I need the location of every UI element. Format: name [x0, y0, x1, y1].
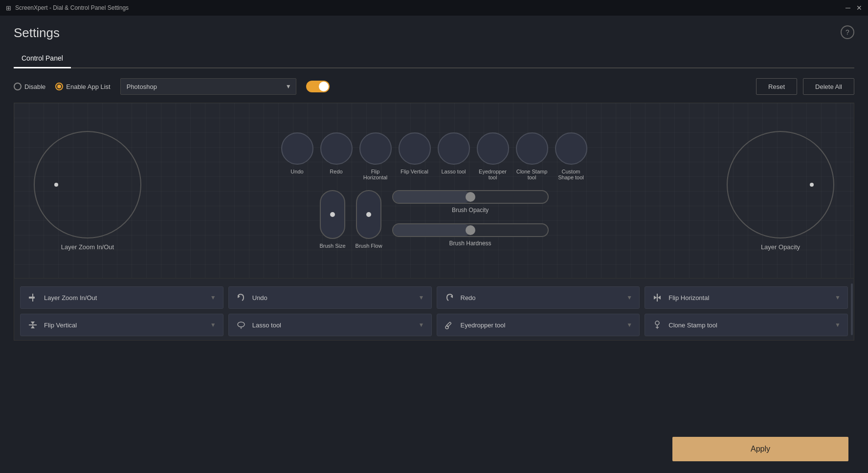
list-item-flip-horizontal[interactable]: Flip Horizontal ▼	[645, 286, 848, 309]
eyedropper-tool-arrow-icon: ▼	[626, 322, 632, 328]
action-buttons: Reset Delete All	[756, 78, 854, 95]
app-select-wrapper[interactable]: Photoshop ▼	[120, 78, 296, 95]
app-list-toggle[interactable]	[306, 81, 330, 92]
flip-horizontal-btn-container: FlipHorizontal	[359, 132, 392, 180]
app-select[interactable]: Photoshop	[120, 78, 296, 95]
custom-shape-btn-label: CustomShape tool	[558, 169, 584, 180]
clone-stamp-btn-container: Clone Stamptool	[516, 132, 548, 180]
disable-label: Disable	[24, 83, 45, 90]
clone-icon	[652, 320, 663, 330]
toggle-knob	[319, 82, 329, 91]
list-item-eyedropper-tool[interactable]: Eyedropper tool ▼	[437, 314, 640, 336]
main-container: Settings ? Control Panel Disable Enable …	[0, 16, 868, 350]
list-item-flip-horizontal-label: Flip Horizontal	[668, 294, 829, 301]
lasso-circle-btn[interactable]	[438, 132, 470, 165]
right-dial-dot	[810, 183, 814, 187]
page-title-text: Settings	[14, 25, 60, 41]
brush-flow-dot	[366, 212, 371, 217]
brush-opacity-slider-container: Brush Opacity	[392, 190, 549, 214]
list-scrollbar[interactable]	[851, 283, 853, 335]
svg-point-10	[238, 322, 245, 327]
list-item-eyedropper-tool-label: Eyedropper tool	[461, 322, 621, 329]
flip-h-icon	[652, 292, 663, 303]
redo-btn-container: Redo	[320, 132, 353, 180]
brush-flow-oval-container: Brush Flow	[356, 190, 382, 249]
flip-vertical-circle-btn[interactable]	[399, 132, 431, 165]
flip-v-icon	[27, 320, 38, 330]
list-item-undo-label: Undo	[252, 294, 413, 301]
sliders-section: Brush Opacity Brush Hardness	[392, 190, 549, 247]
top-buttons-row: Undo Redo FlipHorizontal Flip Vertical L…	[281, 132, 587, 180]
close-btn[interactable]: ✕	[856, 4, 862, 12]
brush-opacity-track[interactable]	[392, 190, 549, 204]
list-item-layer-zoom-label: Layer Zoom In/Out	[44, 294, 204, 301]
left-dial-dot	[54, 183, 58, 187]
clone-stamp-circle-btn[interactable]	[516, 132, 548, 165]
svg-point-13	[655, 321, 659, 325]
reset-button[interactable]: Reset	[756, 78, 797, 95]
tabs-bar: Control Panel	[14, 50, 854, 68]
disable-radio-group[interactable]: Disable	[14, 83, 45, 90]
list-item-lasso-tool-label: Lasso tool	[252, 322, 413, 329]
right-dial[interactable]	[727, 131, 834, 238]
left-dial-label: Layer Zoom In/Out	[61, 243, 114, 251]
redo-circle-btn[interactable]	[320, 132, 353, 165]
lasso-tool-arrow-icon: ▼	[419, 322, 424, 328]
flip-vertical-btn-container: Flip Vertical	[399, 132, 431, 180]
list-item-undo[interactable]: Undo ▼	[228, 286, 432, 309]
svg-marker-5	[654, 296, 657, 300]
flip-horizontal-circle-btn[interactable]	[359, 132, 392, 165]
brush-hardness-thumb[interactable]	[466, 225, 475, 235]
enable-app-list-radio-group[interactable]: Enable App List	[55, 83, 110, 90]
app-icon: ⊞	[6, 4, 11, 12]
minimize-btn[interactable]: ─	[846, 4, 850, 12]
undo-btn-label: Undo	[290, 169, 303, 174]
delete-all-button[interactable]: Delete All	[803, 78, 854, 95]
eyedropper-btn-container: Eyedroppertool	[477, 132, 509, 180]
custom-shape-circle-btn[interactable]	[555, 132, 587, 165]
flip-vertical-btn-label: Flip Vertical	[401, 169, 428, 174]
enable-app-list-radio[interactable]	[55, 83, 63, 90]
brush-flow-oval[interactable]	[356, 190, 381, 239]
list-item-layer-zoom[interactable]: Layer Zoom In/Out ▼	[20, 286, 223, 309]
eyedropper-btn-label: Eyedroppertool	[479, 169, 507, 180]
list-item-lasso-tool[interactable]: Lasso tool ▼	[228, 314, 432, 336]
layer-zoom-arrow-icon: ▼	[210, 294, 216, 301]
svg-marker-6	[658, 296, 661, 300]
list-item-flip-vertical[interactable]: Flip Vertical ▼	[20, 314, 223, 336]
brush-opacity-thumb[interactable]	[466, 192, 475, 202]
list-item-redo-label: Redo	[461, 294, 621, 301]
brush-hardness-fill	[393, 224, 470, 236]
brush-size-oval-container: Brush Size	[319, 190, 345, 249]
eyedropper-circle-btn[interactable]	[477, 132, 509, 165]
brush-hardness-track[interactable]	[392, 223, 549, 237]
brush-opacity-label: Brush Opacity	[392, 207, 549, 214]
eyedropper-icon	[444, 320, 455, 330]
list-item-clone-stamp-tool-label: Clone Stamp tool	[668, 322, 829, 329]
brush-size-dot	[330, 212, 335, 217]
left-dial[interactable]	[34, 131, 141, 238]
list-item-flip-vertical-label: Flip Vertical	[44, 322, 204, 329]
list-panel: Layer Zoom In/Out ▼ Undo ▼ Redo ▼	[14, 279, 854, 341]
list-item-redo[interactable]: Redo ▼	[437, 286, 640, 309]
right-dial-container: Layer Opacity	[717, 131, 844, 251]
window-title: ScreenXpert - Dial & Control Panel Setti…	[15, 4, 129, 11]
brush-size-oval[interactable]	[320, 190, 345, 239]
tab-control-panel[interactable]: Control Panel	[14, 50, 71, 68]
custom-shape-btn-container: CustomShape tool	[555, 132, 587, 180]
clone-stamp-btn-label: Clone Stamptool	[516, 169, 548, 180]
apply-button[interactable]: Apply	[672, 437, 848, 461]
redo-btn-label: Redo	[330, 169, 342, 174]
list-item-clone-stamp-tool[interactable]: Clone Stamp tool ▼	[645, 314, 848, 336]
brush-flow-label: Brush Flow	[356, 243, 382, 249]
help-button[interactable]: ?	[841, 25, 854, 39]
disable-radio[interactable]	[14, 83, 22, 90]
controls-row: Disable Enable App List Photoshop ▼ Rese…	[14, 78, 854, 95]
undo-circle-btn[interactable]	[281, 132, 313, 165]
visual-panel: Layer Zoom In/Out Undo Redo FlipHorizont…	[14, 103, 854, 279]
title-bar-controls[interactable]: ─ ✕	[846, 4, 862, 12]
brush-hardness-slider-container: Brush Hardness	[392, 223, 549, 247]
sliders-and-ovals: Brush Size Brush Flow	[319, 190, 548, 249]
undo-btn-container: Undo	[281, 132, 313, 180]
clone-stamp-tool-arrow-icon: ▼	[835, 322, 841, 328]
